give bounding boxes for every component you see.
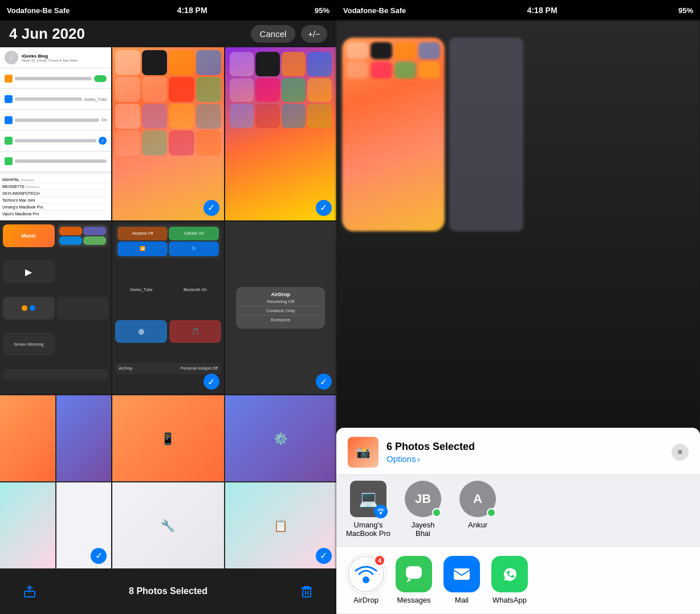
- share-sheet: 📸 6 Photos Selected Options › ×: [336, 428, 700, 614]
- svg-point-3: [363, 576, 369, 583]
- whatsapp-app-label: WhatsApp: [493, 596, 527, 604]
- share-thumbnail: 📸: [348, 437, 379, 468]
- share-icon: [23, 584, 36, 598]
- photo-cell-4[interactable]: Music ▶ Screen Mirroring: [0, 222, 111, 395]
- person-jayesh[interactable]: JB JayeshBhai: [400, 481, 446, 538]
- left-panel: Vodafone-Be Safe 4:18 PM 95% 4 Jun 2020 …: [0, 0, 336, 614]
- photo-cell-7[interactable]: ✓: [0, 395, 111, 568]
- cancel-button[interactable]: Cancel: [251, 25, 296, 43]
- airdrop-badge: 4: [374, 555, 385, 566]
- share-title: 6 Photos Selected: [386, 441, 664, 453]
- airdrop-option-everyone: Everyone: [241, 316, 320, 324]
- apps-row: 4 AirDrop Messages: [336, 547, 700, 614]
- messages-app-icon: [396, 556, 432, 592]
- messages-app-item[interactable]: Messages: [396, 556, 432, 604]
- airdrop-icon-svg: [353, 562, 379, 587]
- right-right-icons: 95%: [678, 6, 693, 15]
- umang-avatar-wrap: 💻: [350, 481, 386, 517]
- left-right-icons: 95%: [315, 6, 329, 15]
- right-battery: 95%: [678, 6, 693, 15]
- right-panel: Vodafone-Be Safe 4:18 PM 95%: [336, 0, 700, 614]
- svg-rect-1: [303, 589, 311, 597]
- svg-point-2: [380, 512, 382, 514]
- airdrop-screenshot: AirDrop Receiving Off Contacts Only Ever…: [225, 222, 336, 395]
- left-header: 4 Jun 2020 Cancel +/−: [0, 21, 336, 47]
- check-circle-3: ✓: [316, 200, 332, 216]
- umang-name: Umang'sMacBook Pro: [346, 521, 390, 538]
- messages-icon-svg: [404, 564, 424, 584]
- photo-cell-8[interactable]: 📱 ⚙️ 🔧 📋 ✓: [112, 395, 336, 568]
- multi-screenshot-1: [0, 395, 111, 568]
- airdrop-popup-title: AirDrop: [241, 292, 320, 297]
- trash-icon: [300, 584, 314, 598]
- right-content: 📸 6 Photos Selected Options › ×: [336, 21, 700, 614]
- right-time: 4:18 PM: [527, 6, 557, 15]
- person-umang[interactable]: 💻 Umang'sMacBook Pro: [345, 481, 391, 538]
- jayesh-online-dot: [432, 508, 441, 517]
- battery-icon: 95%: [315, 6, 329, 15]
- photo-cell-1[interactable]: i iGeeks Blog Apple ID, iCloud, iTunes &…: [0, 47, 111, 220]
- svg-rect-4: [406, 566, 422, 579]
- home-screenshot-2: [225, 47, 336, 220]
- photo-cell-3[interactable]: ✓: [225, 47, 336, 220]
- airdrop-app-icon: 4: [348, 556, 384, 592]
- airdrop-app-label: AirDrop: [353, 596, 379, 604]
- share-header: 📸 6 Photos Selected Options › ×: [336, 428, 700, 475]
- photo-cell-5[interactable]: Airplane Off Cellular On 📶 🔷 Geeks_Tube …: [112, 222, 223, 395]
- ankur-online-dot: [487, 508, 496, 517]
- share-button[interactable]: [17, 579, 42, 604]
- left-carrier: Vodafone-Be Safe: [7, 6, 70, 15]
- control-screenshot-1: Music ▶ Screen Mirroring: [0, 222, 111, 395]
- header-buttons: Cancel +/−: [251, 25, 327, 43]
- close-button[interactable]: ×: [671, 444, 689, 461]
- photo-cell-6[interactable]: AirDrop Receiving Off Contacts Only Ever…: [225, 222, 336, 395]
- jayesh-name: JayeshBhai: [411, 521, 434, 538]
- jayesh-avatar-wrap: JB: [405, 481, 441, 517]
- date-label: 4 Jun 2020: [9, 25, 85, 43]
- trash-button[interactable]: [294, 579, 319, 604]
- whatsapp-app-item[interactable]: WhatsApp: [491, 556, 528, 604]
- whatsapp-app-icon: [491, 556, 528, 592]
- mail-app-label: Mail: [455, 596, 469, 604]
- share-title-area: 6 Photos Selected Options ›: [386, 441, 664, 464]
- photo-cell-2[interactable]: ✓: [112, 47, 223, 220]
- ankur-name: Ankur: [468, 521, 487, 530]
- airdrop-popup-box: AirDrop Receiving Off Contacts Only Ever…: [236, 287, 325, 329]
- control-screenshot-2: Airplane Off Cellular On 📶 🔷 Geeks_Tube …: [112, 222, 223, 395]
- airdrop-app-item[interactable]: 4 AirDrop: [348, 556, 384, 604]
- people-row: 💻 Umang'sMacBook Pro: [336, 475, 700, 547]
- messages-app-label: Messages: [397, 596, 430, 604]
- chevron-right-icon: ›: [417, 454, 420, 464]
- left-time: 4:18 PM: [177, 6, 207, 15]
- mail-app-item[interactable]: Mail: [443, 556, 480, 604]
- airdrop-option-off: Receiving Off: [241, 297, 320, 306]
- airdrop-wave-icon: [374, 505, 388, 518]
- check-circle-5: ✓: [204, 374, 219, 390]
- bg-thumbnails: [336, 32, 700, 237]
- home-screenshot-1: [112, 47, 223, 220]
- check-circle-2: ✓: [204, 200, 219, 216]
- person-ankur[interactable]: A Ankur: [455, 481, 500, 538]
- svg-rect-5: [454, 568, 470, 580]
- mail-app-icon: [443, 556, 480, 592]
- photo-grid: i iGeeks Blog Apple ID, iCloud, iTunes &…: [0, 47, 336, 568]
- settings-screenshot: i iGeeks Blog Apple ID, iCloud, iTunes &…: [0, 47, 111, 220]
- airdrop-small-icon: [377, 507, 385, 515]
- multi-screenshot-2: 📱 ⚙️ 🔧 📋: [112, 395, 336, 568]
- right-carrier: Vodafone-Be Safe: [343, 6, 406, 15]
- right-status-bar: Vodafone-Be Safe 4:18 PM 95%: [336, 0, 700, 21]
- mail-icon-svg: [451, 564, 472, 584]
- check-circle-8: ✓: [316, 548, 332, 564]
- airdrop-option-contacts: Contacts Only: [241, 306, 320, 316]
- left-bottom-bar: 8 Photos Selected: [0, 568, 336, 614]
- add-button[interactable]: +/−: [301, 25, 327, 43]
- left-status-bar: Vodafone-Be Safe 4:18 PM 95%: [0, 0, 336, 21]
- options-link[interactable]: Options ›: [386, 454, 664, 464]
- photos-selected-label: 8 Photos Selected: [129, 586, 207, 596]
- ankur-avatar-wrap: A: [459, 481, 496, 517]
- macbook-icon: 💻: [359, 489, 379, 508]
- whatsapp-icon-svg: [499, 564, 520, 584]
